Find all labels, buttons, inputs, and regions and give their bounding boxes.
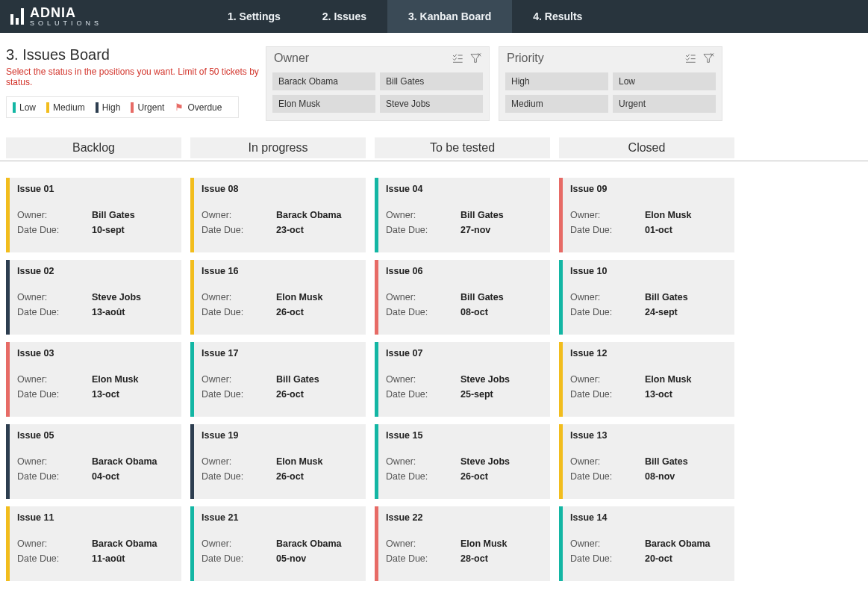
due-label: Date Due: [570,225,645,235]
due-value: 13-oct [92,389,119,400]
owner-label: Owner: [202,374,276,385]
clear-filter-icon[interactable] [702,52,714,64]
issue-card[interactable]: Issue 08Owner:Barack ObamaDate Due:23-oc… [190,178,366,252]
priority-legend: Low Medium High Urgent ⚑Overdue [6,96,239,118]
issue-card[interactable]: Issue 15Owner:Steve JobsDate Due:26-oct [375,424,550,499]
due-label: Date Due: [386,553,460,564]
issue-card[interactable]: Issue 10Owner:Bill GatesDate Due:24-sept [559,260,734,335]
due-label: Date Due: [386,307,460,317]
issue-id: Issue 13 [570,430,727,441]
issue-card[interactable]: Issue 04Owner:Bill GatesDate Due:27-nov [375,178,550,252]
tab--issues[interactable]: 2. Issues [302,0,387,33]
issue-id: Issue 19 [202,430,358,441]
owner-option-steve-jobs[interactable]: Steve Jobs [380,95,483,113]
due-label: Date Due: [17,225,92,235]
due-value: 05-nov [276,553,306,564]
legend-medium: Medium [53,102,85,113]
due-label: Date Due: [570,307,645,317]
issue-card[interactable]: Issue 06Owner:Bill GatesDate Due:08-oct [375,260,550,335]
due-label: Date Due: [202,471,276,482]
issue-card[interactable]: Issue 09Owner:Elon MuskDate Due:01-oct [559,178,734,252]
owner-label: Owner: [202,210,276,220]
due-label: Date Due: [202,307,276,317]
owner-option-bill-gates[interactable]: Bill Gates [380,72,483,90]
issue-card[interactable]: Issue 19Owner:Elon MuskDate Due:26-oct [190,424,366,499]
tab--results[interactable]: 4. Results [512,0,603,33]
owner-value: Bill Gates [460,210,504,220]
owner-label: Owner: [570,292,645,302]
due-value: 24-sept [645,307,678,317]
nav-tabs: 1. Settings2. Issues3. Kanban Board4. Re… [207,0,603,33]
owner-value: Barack Obama [92,456,157,467]
column-header-to-be-tested[interactable]: To be tested [375,137,550,158]
owner-value: Elon Musk [276,456,323,467]
owner-option-elon-musk[interactable]: Elon Musk [272,95,375,113]
owner-label: Owner: [202,456,276,467]
owner-value: Bill Gates [460,292,504,302]
due-value: 26-oct [460,471,488,482]
owner-value: Barack Obama [276,538,342,549]
low-bar-icon [13,102,16,113]
column-header-closed[interactable]: Closed [559,137,734,158]
owner-value: Barack Obama [276,210,342,220]
issue-card[interactable]: Issue 13Owner:Bill GatesDate Due:08-nov [559,424,734,499]
issue-card[interactable]: Issue 12Owner:Elon MuskDate Due:13-oct [559,342,734,417]
multiselect-icon[interactable] [684,52,696,64]
multiselect-icon[interactable] [452,52,463,64]
issue-id: Issue 11 [17,512,174,523]
owner-label: Owner: [17,292,92,302]
legend-high: High [102,102,121,113]
owner-option-barack-obama[interactable]: Barack Obama [272,72,375,90]
due-label: Date Due: [570,553,645,564]
owner-value: Barack Obama [645,538,711,549]
due-label: Date Due: [202,225,276,235]
due-label: Date Due: [570,471,645,482]
due-label: Date Due: [386,471,460,482]
clear-filter-icon[interactable] [469,52,481,64]
issue-card[interactable]: Issue 01Owner:Bill GatesDate Due:10-sept [6,178,181,252]
priority-option-low[interactable]: Low [613,72,716,90]
owner-value: Steve Jobs [460,374,510,385]
owner-value: Steve Jobs [92,292,141,302]
due-value: 20-oct [645,553,672,564]
due-label: Date Due: [17,471,92,482]
issue-card[interactable]: Issue 16Owner:Elon MuskDate Due:26-oct [190,260,366,335]
due-value: 08-oct [460,307,488,317]
legend-urgent: Urgent [137,102,164,113]
owner-label: Owner: [17,374,92,385]
issue-card[interactable]: Issue 22Owner:Elon MuskDate Due:28-oct [375,506,550,581]
legend-low: Low [19,102,36,113]
column-header-in-progress[interactable]: In progress [190,137,366,158]
priority-option-urgent[interactable]: Urgent [613,95,716,113]
due-label: Date Due: [17,553,92,564]
issue-card[interactable]: Issue 03Owner:Elon MuskDate Due:13-oct [6,342,181,417]
owner-slicer: Owner Barack ObamaBill GatesElon MuskSte… [266,46,490,121]
urgent-bar-icon [131,102,134,113]
tab--kanban-board[interactable]: 3. Kanban Board [387,0,512,33]
owner-value: Bill Gates [645,292,688,302]
owner-label: Owner: [17,210,92,220]
issue-card[interactable]: Issue 02Owner:Steve JobsDate Due:13-août [6,260,181,335]
column-divider [0,161,868,161]
column-header-backlog[interactable]: Backlog [6,137,181,158]
owner-value: Bill Gates [645,456,688,467]
priority-slicer: Priority HighLowMediumUrgent [499,46,722,121]
priority-option-medium[interactable]: Medium [505,95,608,113]
issue-card[interactable]: Issue 07Owner:Steve JobsDate Due:25-sept [375,342,550,417]
issue-id: Issue 06 [386,266,543,276]
priority-option-high[interactable]: High [505,72,608,90]
owner-label: Owner: [386,292,460,302]
issue-card[interactable]: Issue 05Owner:Barack ObamaDate Due:04-oc… [6,424,181,499]
page-subtitle: Select the status in the positions you w… [6,66,266,87]
issue-card[interactable]: Issue 14Owner:Barack ObamaDate Due:20-oc… [559,506,734,581]
owner-value: Bill Gates [92,210,135,220]
issue-card[interactable]: Issue 21Owner:Barack ObamaDate Due:05-no… [190,506,366,581]
issue-card[interactable]: Issue 17Owner:Bill GatesDate Due:26-oct [190,342,366,417]
high-bar-icon [96,102,99,113]
issue-id: Issue 02 [17,266,174,276]
owner-value: Steve Jobs [460,456,510,467]
due-value: 27-nov [460,225,490,235]
issue-card[interactable]: Issue 11Owner:Barack ObamaDate Due:11-ao… [6,506,181,581]
tab--settings[interactable]: 1. Settings [207,0,302,33]
due-label: Date Due: [202,389,276,400]
